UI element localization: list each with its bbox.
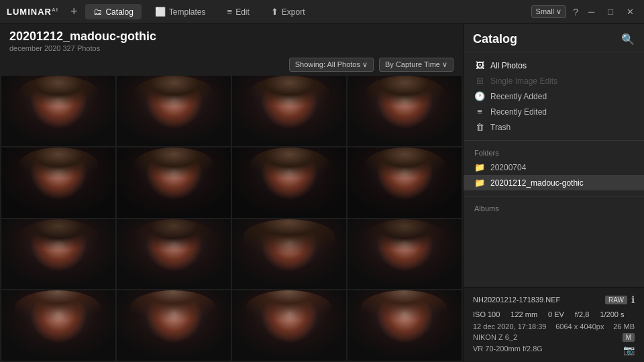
folders-section: Folders 📁 20200704 📁 20201212_madouc-got… xyxy=(464,141,644,196)
folder-icon: 📁 xyxy=(474,162,485,172)
photo-cell[interactable] xyxy=(232,147,346,218)
templates-tab-label: Templates xyxy=(169,7,206,17)
info-ev: 0 EV xyxy=(548,310,564,318)
info-aperture: f/2,8 xyxy=(575,310,589,318)
photo-area: 20201212_madouc-gothic december 2020 327… xyxy=(0,24,463,362)
info-datetime: 12 dec 2020, 17:18:39 xyxy=(473,322,546,330)
catalog-tree: 🖼 All Photos ⊞ Single Image Edits 🕐 Rece… xyxy=(464,52,644,141)
info-detail-icon[interactable]: ℹ xyxy=(631,294,635,305)
right-panel: Catalog 🔍 🖼 All Photos ⊞ Single Image Ed… xyxy=(463,24,644,362)
tab-catalog[interactable]: 🗂 Catalog xyxy=(85,4,141,19)
catalog-panel-title: Catalog xyxy=(473,32,517,46)
folder-item-madouc[interactable]: 📁 20201212_madouc-gothic xyxy=(464,175,644,190)
camera-settings-icon[interactable]: 📷 xyxy=(623,345,635,355)
tab-templates[interactable]: ⬜ Templates xyxy=(147,4,214,19)
minimize-button[interactable]: ─ xyxy=(585,7,598,17)
photo-cell[interactable] xyxy=(1,76,115,146)
folder-label: 20201212_madouc-gothic xyxy=(490,178,584,188)
photo-cell[interactable] xyxy=(347,76,462,146)
photo-cell[interactable] xyxy=(1,219,115,290)
recently-edited-label: Recently Edited xyxy=(490,107,547,117)
maximize-button[interactable]: □ xyxy=(604,7,616,17)
info-panel: NH20201212-171839.NEF RAW ℹ ISO 100 122 … xyxy=(464,287,644,362)
album-title: 20201212_madouc-gothic xyxy=(9,29,453,44)
export-tab-icon: ⬆ xyxy=(271,7,278,17)
all-photos-icon: 🖼 xyxy=(474,60,485,70)
showing-filter[interactable]: Showing: All Photos ∨ xyxy=(289,58,374,72)
photo-grid xyxy=(0,74,463,362)
folder-item-20200704[interactable]: 📁 20200704 xyxy=(464,160,644,175)
tree-item-single-edits: ⊞ Single Image Edits xyxy=(464,73,644,88)
photo-cell[interactable] xyxy=(232,290,346,361)
photo-cell[interactable] xyxy=(117,76,231,146)
photo-cell[interactable] xyxy=(232,219,346,290)
export-tab-label: Export xyxy=(282,7,305,17)
tab-edit[interactable]: ≡ Edit xyxy=(219,4,258,19)
info-filename: NH20201212-171839.NEF xyxy=(473,296,560,304)
size-selector[interactable]: Small ∨ xyxy=(531,5,567,18)
recently-edited-icon: ≡ xyxy=(474,107,485,117)
folder-label: 20200704 xyxy=(490,163,526,172)
tree-item-recently-added[interactable]: 🕐 Recently Added xyxy=(464,88,644,104)
photo-toolbar: Showing: All Photos ∨ By Capture Time ∨ xyxy=(0,55,463,74)
info-focal: 122 mm xyxy=(511,310,537,318)
photo-cell[interactable] xyxy=(347,290,462,361)
close-button[interactable]: ✕ xyxy=(623,7,637,17)
info-camera: NIKON Z 6_2 xyxy=(473,333,517,342)
albums-section: Albums xyxy=(464,196,644,287)
trash-icon: 🗑 xyxy=(474,122,485,132)
album-subtitle: december 2020 327 Photos xyxy=(9,44,453,52)
all-photos-label: All Photos xyxy=(490,61,527,70)
info-mode-badge: M xyxy=(623,333,635,342)
recently-added-label: Recently Added xyxy=(490,92,547,101)
raw-badge: RAW xyxy=(605,296,627,304)
main-content: 20201212_madouc-gothic december 2020 327… xyxy=(0,24,644,362)
catalog-search-icon[interactable]: 🔍 xyxy=(621,33,635,46)
recently-added-icon: 🕐 xyxy=(474,91,485,101)
photo-cell[interactable] xyxy=(347,147,462,218)
folders-section-label: Folders xyxy=(464,146,644,160)
info-shutter: 1/200 s xyxy=(600,310,624,318)
tree-item-all-photos[interactable]: 🖼 All Photos xyxy=(464,58,644,73)
top-bar: LUMINARAI + 🗂 Catalog ⬜ Templates ≡ Edit… xyxy=(0,0,644,24)
photo-cell[interactable] xyxy=(117,290,231,361)
folder-icon: 📁 xyxy=(474,178,485,188)
photo-cell[interactable] xyxy=(347,219,462,290)
templates-tab-icon: ⬜ xyxy=(155,7,166,17)
app-logo: LUMINARAI xyxy=(7,7,58,17)
albums-section-label: Albums xyxy=(464,202,644,215)
photo-cell[interactable] xyxy=(117,219,231,290)
photo-header: 20201212_madouc-gothic december 2020 327… xyxy=(0,24,463,55)
photo-cell[interactable] xyxy=(1,147,115,218)
info-iso: ISO 100 xyxy=(473,310,500,318)
photo-cell[interactable] xyxy=(1,290,115,361)
catalog-panel-header: Catalog 🔍 xyxy=(464,24,644,52)
info-filesize: 26 MB xyxy=(613,322,635,330)
trash-label: Trash xyxy=(490,123,511,132)
photo-cell-selected[interactable] xyxy=(232,76,346,146)
tab-export[interactable]: ⬆ Export xyxy=(263,4,313,19)
single-edits-icon: ⊞ xyxy=(474,76,485,86)
edit-tab-label: Edit xyxy=(235,7,250,17)
info-dimensions: 6064 x 4040px xyxy=(555,322,604,330)
help-icon[interactable]: ? xyxy=(573,7,578,17)
catalog-tab-icon: 🗂 xyxy=(93,7,102,17)
tree-item-recently-edited[interactable]: ≡ Recently Edited xyxy=(464,104,644,119)
edit-tab-icon: ≡ xyxy=(227,7,233,17)
photo-cell[interactable] xyxy=(117,147,231,218)
sort-filter[interactable]: By Capture Time ∨ xyxy=(379,58,453,72)
tree-item-trash[interactable]: 🗑 Trash xyxy=(464,119,644,135)
single-edits-label: Single Image Edits xyxy=(490,76,557,86)
add-button[interactable]: + xyxy=(68,5,80,19)
catalog-tab-label: Catalog xyxy=(105,7,133,17)
info-lens: VR 70-200mm f/2.8G xyxy=(473,345,543,355)
